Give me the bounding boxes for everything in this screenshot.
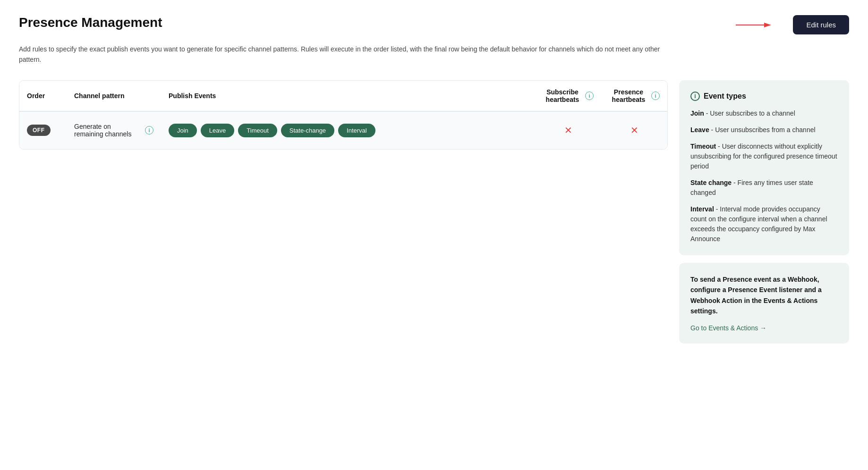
subscribe-heartbeats-cell: ✕	[535, 117, 601, 143]
col-presence-heartbeats: Presence heartbeats i	[601, 81, 667, 111]
event-badge-join: Join	[169, 124, 197, 137]
event-types-title: Event types	[704, 92, 746, 101]
svg-marker-1	[764, 23, 771, 27]
sidebar: i Event types Join - User subscribes to …	[679, 80, 849, 344]
subscribe-heartbeats-info-icon[interactable]: i	[585, 92, 594, 100]
presence-heartbeats-info-icon[interactable]: i	[651, 92, 660, 100]
event-types-info-icon: i	[690, 92, 700, 101]
event-type-interval: Interval - Interval mode provides occupa…	[690, 204, 838, 244]
header-right: Edit rules	[793, 15, 849, 34]
table-header: Order Channel pattern Publish Events Sub…	[19, 81, 667, 111]
presence-heartbeats-x: ✕	[630, 125, 638, 136]
event-types-card: i Event types Join - User subscribes to …	[679, 80, 849, 255]
channel-pattern-info-icon[interactable]: i	[145, 126, 153, 134]
event-type-state-change: State change - Fires any times user stat…	[690, 178, 838, 198]
event-types-header: i Event types	[690, 92, 838, 101]
subscribe-heartbeats-label: Subscribe heartbeats	[543, 88, 582, 103]
event-badge-interval: Interval	[338, 124, 375, 137]
col-order: Order	[19, 81, 67, 111]
event-badge-timeout: Timeout	[238, 124, 277, 137]
event-badge-state-change: State-change	[281, 124, 334, 137]
event-type-timeout-name: Timeout	[690, 143, 716, 150]
order-cell: OFF	[19, 117, 67, 143]
edit-rules-button[interactable]: Edit rules	[793, 15, 849, 34]
col-channel-pattern: Channel pattern	[67, 81, 161, 111]
go-to-events-link[interactable]: Go to Events & Actions →	[690, 324, 766, 332]
page-title: Presence Management	[19, 15, 162, 30]
event-type-leave-name: Leave	[690, 126, 709, 134]
event-badge-leave: Leave	[201, 124, 234, 137]
event-type-leave-desc: - User unsubscribes from a channel	[711, 126, 816, 134]
arrow-indicator	[736, 18, 774, 32]
presence-heartbeats-cell: ✕	[601, 117, 667, 143]
page-description: Add rules to specify the exact publish e…	[19, 44, 680, 65]
event-type-timeout: Timeout - User disconnects without expli…	[690, 142, 838, 171]
event-type-state-change-name: State change	[690, 179, 732, 186]
channel-pattern-cell: Generate on remaining channels i	[67, 115, 161, 145]
rules-table: Order Channel pattern Publish Events Sub…	[19, 80, 668, 150]
main-content: Order Channel pattern Publish Events Sub…	[19, 80, 849, 344]
col-publish-events: Publish Events	[161, 81, 535, 111]
event-type-join: Join - User subscribes to a channel	[690, 109, 838, 118]
webhook-card: To send a Presence event as a Webhook, c…	[679, 263, 849, 344]
event-type-interval-name: Interval	[690, 205, 714, 213]
webhook-text: To send a Presence event as a Webhook, c…	[690, 274, 838, 317]
col-subscribe-heartbeats: Subscribe heartbeats i	[535, 81, 601, 111]
subscribe-heartbeats-x: ✕	[564, 125, 572, 136]
event-type-join-name: Join	[690, 109, 704, 117]
events-cell: Join Leave Timeout State-change Interval	[161, 116, 535, 145]
event-type-leave: Leave - User unsubscribes from a channel	[690, 125, 838, 135]
event-type-join-desc: - User subscribes to a channel	[706, 109, 795, 117]
channel-pattern-text: Generate on remaining channels	[74, 123, 141, 138]
off-badge: OFF	[27, 125, 51, 136]
presence-heartbeats-label: Presence heartbeats	[609, 88, 648, 103]
table-row: OFF Generate on remaining channels i Joi…	[19, 111, 667, 149]
